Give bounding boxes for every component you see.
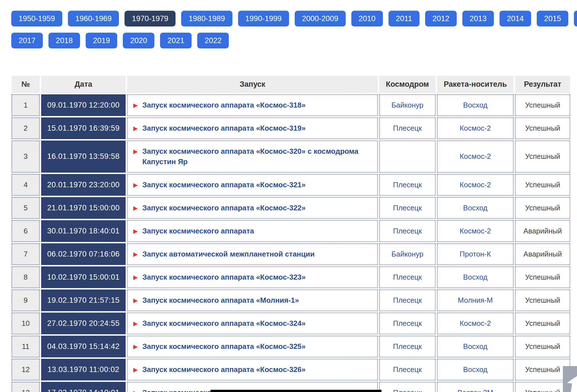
year-filter-2014[interactable]: 2014 [500,11,531,26]
year-filter-2015[interactable]: 2015 [537,11,568,26]
table-row: 810.02.1970 15:00:01▶Запуск космического… [12,266,570,288]
launch-title-cell: ▶Запуск космического аппарата «Космос-32… [127,359,378,380]
year-filter-2012[interactable]: 2012 [425,11,457,26]
launch-marker-icon: ▶ [133,387,138,392]
launch-link[interactable]: Запуск космического аппарата «Космос-319… [142,123,305,133]
scroll-to-top-button[interactable] [563,366,577,392]
row-number-cell: 8 [12,266,40,288]
row-number-cell: 12 [12,359,40,380]
launch-marker-icon: ▶ [133,272,138,282]
launch-title-cell: ▶Запуск космического аппарата «Космос-32… [127,336,378,357]
row-number-cell: 6 [12,220,40,242]
year-filter-2022[interactable]: 2022 [197,33,229,48]
launch-title-cell: ▶Запуск космического аппарата «Космос-32… [127,174,378,196]
year-filter-row-1: 1950-19591960-19691970-19791980-19891990… [11,11,577,26]
launch-title-cell: ▶Запуск космического аппарата [127,220,378,242]
year-filter-2017[interactable]: 2017 [11,33,43,48]
launch-marker-icon: ▶ [133,180,138,190]
table-row: 1027.02.1970 20:24:55▶Запуск космическог… [12,313,570,334]
year-filter-2021[interactable]: 2021 [160,33,192,48]
up-arrow-icon [567,376,577,392]
result-cell: Успешный [515,266,570,288]
launch-title-cell: ▶Запуск автоматической межпланетной стан… [127,243,378,265]
col-header-number: № [12,76,40,93]
result-cell: Успешный [515,359,570,380]
year-filter-2000-2009[interactable]: 2000-2009 [295,11,346,26]
row-number-cell: 3 [12,141,40,173]
launch-link[interactable]: Запуск космического аппарата «Космос-325… [142,341,305,352]
rocket-cell: Космос-2 [437,174,514,196]
year-filter-row-2: 201720182019202020212022 [11,33,577,48]
year-filter-1990-1999[interactable]: 1990-1999 [238,11,289,26]
table-row: 630.01.1970 18:40:01▶Запуск космического… [12,220,570,242]
row-number-cell: 11 [12,336,40,357]
year-filter-2011[interactable]: 2011 [389,11,420,26]
year-filter-bar: 1950-19591960-19691970-19791980-19891990… [0,0,577,48]
launch-title-cell: ▶Запуск космического аппарата «Космос-31… [127,94,378,116]
launch-marker-icon: ▶ [133,100,138,110]
year-filter-1970-1979[interactable]: 1970-1979 [125,11,176,26]
launch-marker-icon: ▶ [133,364,138,375]
cosmodrome-cell: Плесецк [379,220,436,242]
result-cell: Аварийный [515,243,570,265]
launch-date-cell: 17.03.1970 14:10:01 [41,382,126,392]
result-cell: Успешный [515,289,570,311]
launch-date-cell: 13.03.1970 11:00:02 [41,359,126,380]
launch-marker-icon: ▶ [133,123,138,133]
rocket-cell: Космос-2 [437,117,514,139]
row-number-cell: 1 [12,94,40,116]
table-row: 420.01.1970 23:20:00▶Запуск космического… [12,174,570,196]
launch-date-cell: 15.01.1970 16:39:59 [41,117,126,139]
cosmodrome-cell: Плесецк [379,359,436,380]
rocket-cell: Восход [437,359,514,380]
cosmodrome-cell: Плесецк [379,174,436,196]
launch-link[interactable]: Запуск космического аппарата «Космос-320… [142,146,372,167]
cosmodrome-cell [379,141,436,173]
year-filter-2020[interactable]: 2020 [123,33,154,48]
year-filter-2016[interactable]: 2016 [574,11,577,26]
cosmodrome-cell: Плесецк [379,336,436,357]
launch-link[interactable]: Запуск космического аппарата «Космос-322… [142,203,305,213]
launch-date-cell: 21.01.1970 15:00:00 [41,197,126,219]
table-row: 1213.03.1970 11:00:02▶Запуск космическог… [12,359,570,380]
launch-date-cell: 20.01.1970 23:20:00 [41,174,126,196]
launch-marker-icon: ▶ [133,341,138,352]
result-cell: Успешный [515,197,570,219]
result-cell: Успешный [515,94,570,116]
rocket-cell: Космос-2 [437,141,514,173]
year-filter-2010[interactable]: 2010 [351,11,383,26]
year-filter-1980-1989[interactable]: 1980-1989 [181,11,232,26]
cosmodrome-cell: Плесецк [379,382,436,392]
year-filter-2019[interactable]: 2019 [86,33,117,48]
launch-marker-icon: ▶ [133,203,138,213]
table-header-row: № Дата Запуск Космодром Ракета-носитель … [12,76,570,93]
launch-title-cell: ▶Запуск космического аппарата «Космос-32… [127,141,378,173]
bottom-partial-element [210,390,381,392]
launch-date-cell: 10.02.1970 15:00:01 [41,266,126,288]
col-header-cosmodrome: Космодром [379,76,436,93]
year-filter-1950-1959[interactable]: 1950-1959 [11,11,62,26]
launch-link[interactable]: Запуск автоматической межпланетной станц… [142,249,315,259]
result-cell: Успешный [515,117,570,139]
launch-link[interactable]: Запуск космического аппарата «Молния-1» [142,295,299,306]
rocket-cell: Космос-2 [437,220,514,242]
launch-link[interactable]: Запуск космического аппарата «Космос-323… [142,272,305,282]
row-number-cell: 13 [12,382,40,392]
result-cell: Успешный [515,174,570,196]
cosmodrome-cell: Плесецк [379,197,436,219]
launch-title-cell: ▶Запуск космического аппарата «Космос-32… [127,266,378,288]
year-filter-1960-1969[interactable]: 1960-1969 [68,11,119,26]
launch-date-cell: 19.02.1970 21:57:15 [41,289,126,311]
launch-link[interactable]: Запуск космического аппарата [142,226,254,236]
year-filter-2018[interactable]: 2018 [48,33,80,48]
launch-link[interactable]: Запуск космического аппарата «Космос-324… [142,318,305,329]
launch-link[interactable]: Запуск космического аппарата «Космос-326… [142,364,305,375]
launch-link[interactable]: Запуск космического аппарата «Космос-318… [142,100,305,110]
launch-marker-icon: ▶ [133,318,138,329]
year-filter-2013[interactable]: 2013 [462,11,494,26]
col-header-result: Результат [515,76,570,93]
table-row: 521.01.1970 15:00:00▶Запуск космического… [12,197,570,219]
launch-link[interactable]: Запуск космического аппарата «Космос-321… [142,180,305,190]
launch-date-cell: 09.01.1970 12:20:00 [41,94,126,116]
rocket-cell: Восход [437,94,514,116]
